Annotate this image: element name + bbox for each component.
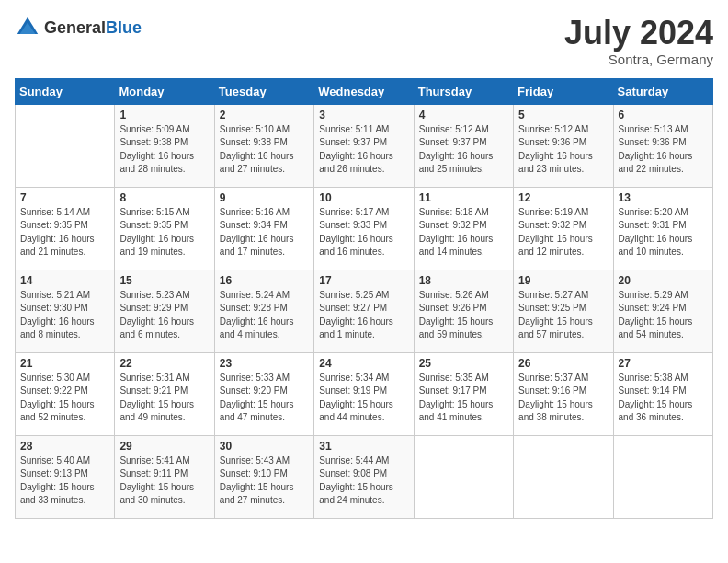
calendar-cell: 27Sunrise: 5:38 AMSunset: 9:14 PMDayligh…: [613, 352, 712, 435]
calendar-cell: 29Sunrise: 5:41 AMSunset: 9:11 PMDayligh…: [115, 435, 214, 518]
calendar-cell: 30Sunrise: 5:43 AMSunset: 9:10 PMDayligh…: [214, 435, 313, 518]
day-number: 30: [220, 440, 309, 453]
calendar-cell: [514, 435, 613, 518]
day-number: 26: [518, 357, 608, 370]
calendar-cell: 18Sunrise: 5:26 AMSunset: 9:26 PMDayligh…: [414, 270, 513, 352]
day-info: Sunrise: 5:12 AMSunset: 9:37 PMDaylight:…: [419, 123, 508, 177]
day-number: 8: [119, 191, 209, 204]
day-info: Sunrise: 5:27 AMSunset: 9:25 PMDaylight:…: [518, 289, 608, 342]
day-info: Sunrise: 5:40 AMSunset: 9:13 PMDaylight:…: [20, 454, 109, 508]
title-block: July 2024 Sontra, Germany: [564, 15, 713, 67]
day-number: 9: [220, 191, 309, 204]
day-info: Sunrise: 5:18 AMSunset: 9:32 PMDaylight:…: [419, 206, 508, 259]
day-number: 4: [419, 109, 508, 121]
calendar-cell: 20Sunrise: 5:29 AMSunset: 9:24 PMDayligh…: [613, 270, 712, 352]
day-info: Sunrise: 5:34 AMSunset: 9:19 PMDaylight:…: [319, 372, 408, 425]
day-info: Sunrise: 5:30 AMSunset: 9:22 PMDaylight:…: [20, 372, 109, 425]
day-number: 23: [220, 357, 309, 370]
day-number: 7: [20, 191, 109, 204]
weekday-header: Saturday: [613, 78, 712, 104]
calendar-week-row: 7Sunrise: 5:14 AMSunset: 9:35 PMDaylight…: [16, 187, 713, 270]
day-number: 28: [20, 440, 109, 453]
calendar-cell: 21Sunrise: 5:30 AMSunset: 9:22 PMDayligh…: [16, 352, 115, 435]
day-info: Sunrise: 5:41 AMSunset: 9:11 PMDaylight:…: [119, 454, 209, 508]
weekday-header: Thursday: [414, 78, 513, 104]
calendar-cell: 15Sunrise: 5:23 AMSunset: 9:29 PMDayligh…: [115, 270, 214, 352]
day-info: Sunrise: 5:11 AMSunset: 9:37 PMDaylight:…: [319, 123, 408, 177]
calendar-cell: 1Sunrise: 5:09 AMSunset: 9:38 PMDaylight…: [115, 104, 214, 187]
day-info: Sunrise: 5:35 AMSunset: 9:17 PMDaylight:…: [419, 372, 508, 425]
calendar-cell: 16Sunrise: 5:24 AMSunset: 9:28 PMDayligh…: [214, 270, 313, 352]
calendar-cell: [613, 435, 712, 518]
logo-text: GeneralBlue: [44, 18, 142, 38]
calendar-cell: 17Sunrise: 5:25 AMSunset: 9:27 PMDayligh…: [314, 270, 414, 352]
calendar-cell: 2Sunrise: 5:10 AMSunset: 9:38 PMDaylight…: [214, 104, 313, 187]
calendar-cell: 25Sunrise: 5:35 AMSunset: 9:17 PMDayligh…: [414, 352, 513, 435]
day-number: 29: [119, 440, 209, 453]
day-number: 19: [518, 274, 608, 287]
day-number: 13: [619, 191, 708, 204]
day-number: 6: [619, 109, 708, 121]
day-info: Sunrise: 5:10 AMSunset: 9:38 PMDaylight:…: [220, 123, 309, 177]
calendar-cell: 26Sunrise: 5:37 AMSunset: 9:16 PMDayligh…: [514, 352, 613, 435]
weekday-header: Tuesday: [214, 78, 313, 104]
day-number: 25: [419, 357, 508, 370]
calendar-cell: 9Sunrise: 5:16 AMSunset: 9:34 PMDaylight…: [214, 187, 313, 270]
day-number: 24: [319, 357, 408, 370]
day-number: 11: [419, 191, 508, 204]
day-info: Sunrise: 5:13 AMSunset: 9:36 PMDaylight:…: [619, 123, 708, 177]
calendar-cell: 28Sunrise: 5:40 AMSunset: 9:13 PMDayligh…: [16, 435, 115, 518]
location: Sontra, Germany: [564, 52, 713, 67]
day-info: Sunrise: 5:20 AMSunset: 9:31 PMDaylight:…: [619, 206, 708, 259]
day-info: Sunrise: 5:14 AMSunset: 9:35 PMDaylight:…: [20, 206, 109, 259]
day-number: 18: [419, 274, 508, 287]
calendar-week-row: 1Sunrise: 5:09 AMSunset: 9:38 PMDaylight…: [16, 104, 713, 187]
calendar-cell: 23Sunrise: 5:33 AMSunset: 9:20 PMDayligh…: [214, 352, 313, 435]
day-number: 16: [220, 274, 309, 287]
day-info: Sunrise: 5:16 AMSunset: 9:34 PMDaylight:…: [220, 206, 309, 259]
day-info: Sunrise: 5:33 AMSunset: 9:20 PMDaylight:…: [220, 372, 309, 425]
month-year: July 2024: [564, 15, 713, 52]
day-number: 10: [319, 191, 408, 204]
day-number: 12: [518, 191, 608, 204]
calendar-cell: 22Sunrise: 5:31 AMSunset: 9:21 PMDayligh…: [115, 352, 214, 435]
day-info: Sunrise: 5:12 AMSunset: 9:36 PMDaylight:…: [518, 123, 608, 177]
day-info: Sunrise: 5:25 AMSunset: 9:27 PMDaylight:…: [319, 289, 408, 342]
calendar-week-row: 14Sunrise: 5:21 AMSunset: 9:30 PMDayligh…: [16, 270, 713, 352]
day-info: Sunrise: 5:21 AMSunset: 9:30 PMDaylight:…: [20, 289, 109, 342]
calendar-cell: 4Sunrise: 5:12 AMSunset: 9:37 PMDaylight…: [414, 104, 513, 187]
day-info: Sunrise: 5:19 AMSunset: 9:32 PMDaylight:…: [518, 206, 608, 259]
day-number: 15: [119, 274, 209, 287]
day-number: 17: [319, 274, 408, 287]
calendar-cell: 5Sunrise: 5:12 AMSunset: 9:36 PMDaylight…: [514, 104, 613, 187]
calendar-cell: 11Sunrise: 5:18 AMSunset: 9:32 PMDayligh…: [414, 187, 513, 270]
day-info: Sunrise: 5:26 AMSunset: 9:26 PMDaylight:…: [419, 289, 508, 342]
calendar-cell: [16, 104, 115, 187]
calendar-cell: 8Sunrise: 5:15 AMSunset: 9:35 PMDaylight…: [115, 187, 214, 270]
day-info: Sunrise: 5:31 AMSunset: 9:21 PMDaylight:…: [119, 372, 209, 425]
calendar-cell: 24Sunrise: 5:34 AMSunset: 9:19 PMDayligh…: [314, 352, 414, 435]
logo: GeneralBlue: [15, 15, 142, 40]
weekday-header: Wednesday: [314, 78, 414, 104]
day-number: 22: [119, 357, 209, 370]
day-number: 21: [20, 357, 109, 370]
day-info: Sunrise: 5:29 AMSunset: 9:24 PMDaylight:…: [619, 289, 708, 342]
weekday-header-row: SundayMondayTuesdayWednesdayThursdayFrid…: [16, 78, 713, 104]
calendar-cell: 14Sunrise: 5:21 AMSunset: 9:30 PMDayligh…: [16, 270, 115, 352]
day-info: Sunrise: 5:44 AMSunset: 9:08 PMDaylight:…: [319, 454, 408, 508]
day-info: Sunrise: 5:38 AMSunset: 9:14 PMDaylight:…: [619, 372, 708, 425]
day-info: Sunrise: 5:17 AMSunset: 9:33 PMDaylight:…: [319, 206, 408, 259]
page-header: GeneralBlue July 2024 Sontra, Germany: [15, 15, 713, 67]
logo-icon: [15, 15, 40, 40]
calendar-table: SundayMondayTuesdayWednesdayThursdayFrid…: [15, 78, 713, 519]
day-number: 1: [119, 109, 209, 121]
calendar-cell: 6Sunrise: 5:13 AMSunset: 9:36 PMDaylight…: [613, 104, 712, 187]
calendar-cell: 19Sunrise: 5:27 AMSunset: 9:25 PMDayligh…: [514, 270, 613, 352]
calendar-cell: 13Sunrise: 5:20 AMSunset: 9:31 PMDayligh…: [613, 187, 712, 270]
day-number: 14: [20, 274, 109, 287]
day-number: 20: [619, 274, 708, 287]
weekday-header: Monday: [115, 78, 214, 104]
calendar-cell: 10Sunrise: 5:17 AMSunset: 9:33 PMDayligh…: [314, 187, 414, 270]
weekday-header: Sunday: [16, 78, 115, 104]
day-info: Sunrise: 5:37 AMSunset: 9:16 PMDaylight:…: [518, 372, 608, 425]
